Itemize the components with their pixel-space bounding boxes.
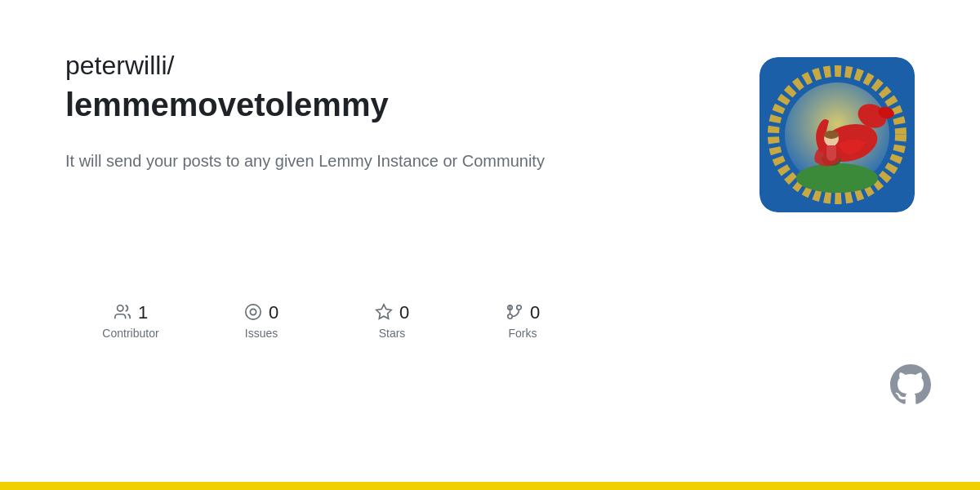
repo-logo [760, 57, 915, 212]
stat-stars: 0 Stars [327, 302, 457, 340]
repo-title-section: peterwilli/ lemmemovetolemmy [65, 49, 719, 126]
svg-point-3 [796, 163, 878, 193]
stars-count: 0 [399, 302, 409, 323]
forks-label: Forks [509, 327, 537, 340]
repo-owner: peterwilli/ [65, 49, 719, 83]
contributors-count: 1 [138, 302, 148, 323]
contributors-icon [114, 303, 131, 323]
stat-issues-top: 0 [244, 302, 278, 323]
stat-issues: 0 Issues [196, 302, 327, 340]
issues-icon [244, 303, 262, 323]
contributors-label: Contributor [102, 327, 158, 340]
svg-point-10 [824, 131, 839, 139]
stats-row: 1 Contributor 0 Issues [65, 278, 915, 340]
stars-icon [375, 303, 393, 323]
svg-point-11 [117, 305, 122, 310]
stars-label: Stars [379, 327, 406, 340]
stat-contributors: 1 Contributor [65, 302, 196, 340]
forks-count: 0 [530, 302, 540, 323]
forks-icon [506, 303, 523, 323]
github-icon-area [890, 364, 931, 408]
repo-info: peterwilli/ lemmemovetolemmy It will sen… [65, 49, 719, 173]
svg-point-12 [246, 304, 261, 318]
stat-forks: 0 Forks [457, 302, 588, 340]
stat-contributors-top: 1 [114, 302, 148, 323]
svg-marker-14 [376, 304, 391, 318]
github-icon [890, 364, 931, 405]
issues-count: 0 [269, 302, 278, 323]
repo-description: It will send your posts to any given Lem… [65, 149, 637, 173]
yellow-bar [0, 482, 980, 490]
repo-name: lemmemovetolemmy [65, 83, 719, 126]
repo-header: peterwilli/ lemmemovetolemmy It will sen… [65, 49, 915, 212]
svg-point-16 [517, 305, 522, 310]
svg-point-17 [508, 314, 513, 318]
main-container: peterwilli/ lemmemovetolemmy It will sen… [0, 0, 980, 340]
svg-point-13 [250, 309, 256, 314]
issues-label: Issues [245, 327, 278, 340]
stat-forks-top: 0 [506, 302, 540, 323]
stat-stars-top: 0 [375, 302, 409, 323]
